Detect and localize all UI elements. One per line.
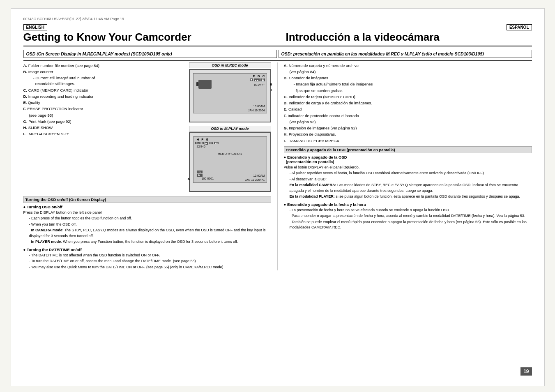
sp-osd-b: B. Contador de imágenes bbox=[284, 75, 532, 81]
english-turning-on-title: ● Turning OSD on/off bbox=[23, 205, 271, 209]
sp-toggle: - Al pulsar repetidas veces el botón, la… bbox=[284, 171, 532, 176]
osd-diagram-mrec: E D C ■ ▶▶ 💾 bbox=[189, 69, 271, 122]
sp-osd-g: G. Impresión de imágenes (ver página 92) bbox=[284, 125, 532, 131]
english-osd-on-off: ● Turning OSD on/off Press the DISPLAY b… bbox=[23, 205, 271, 245]
spanish-subtitle: OSD: presentación en pantalla en las mod… bbox=[279, 50, 532, 58]
osd-item-b: B. Image counter bbox=[23, 69, 186, 75]
osd-item-e: E. Quality bbox=[23, 100, 186, 106]
diagram1-letter-c: C bbox=[263, 74, 265, 78]
subtitle-row: OSD (On Screen Display in M.REC/M.PLAY m… bbox=[23, 50, 532, 58]
sp-osd-f: F. Indicador de protección contra el bor… bbox=[284, 113, 532, 119]
diagram1-letter-i: I bbox=[271, 88, 272, 92]
diagram1-letter-d: D bbox=[258, 74, 260, 78]
english-datetime-section: ● Turning the DATE/TIME on/off - The DAT… bbox=[23, 247, 271, 270]
osd-item-f: F. ERASE PROTECTION indicator bbox=[23, 106, 186, 112]
osd-diagram-mplay: H F G SLIDE ▶ 001 ■■ bbox=[189, 132, 271, 192]
osd-item-h: H. SLIDE SHOW bbox=[23, 125, 186, 131]
spanish-osd-list: A. Número de carpeta y número de archivo… bbox=[284, 63, 532, 144]
english-dt-2: - To turn the DATE/TIME on or off, acces… bbox=[23, 258, 271, 264]
spanish-title: Introducción a la videocámara bbox=[278, 31, 532, 43]
sp-osd-a: A. Número de carpeta y número de archivo bbox=[284, 63, 532, 69]
english-dt-1: - The DATE/TIME is not affected when the… bbox=[23, 253, 271, 258]
diagram1-time: 10:00AM bbox=[248, 104, 265, 108]
sp-dt-3: - También se puede emplear el menú rápid… bbox=[284, 219, 532, 231]
osd-item-i: I. MPEG4 SCREEN SIZE bbox=[23, 131, 186, 137]
diagram1-letter-e: E bbox=[253, 74, 255, 78]
spanish-datetime-title: ● Encendido y apagado de la fecha y la h… bbox=[284, 202, 532, 207]
osd-item-f-detail: (see page 93) bbox=[23, 113, 186, 118]
english-title: Getting to Know Your Camcorder bbox=[23, 31, 278, 43]
english-when-off: - When you turn the OSD off, bbox=[23, 222, 271, 228]
sp-osd-b2: - Imagen fija actual/número total de imá… bbox=[284, 81, 532, 87]
english-player-mode: In PLAYER mode: When you press any Funct… bbox=[23, 239, 271, 245]
diagram2-letter-g: G bbox=[206, 138, 208, 141]
diagram2-time: 12:00AM bbox=[245, 174, 265, 178]
osd-item-d: D. Image recording and loading indicator bbox=[23, 94, 186, 99]
diagram2-date: JAN 19 2004+1 bbox=[245, 178, 265, 182]
osd-item-c: C. CARD (MEMORY CARD) indicator bbox=[23, 88, 186, 93]
osd-mrec-label: OSD in M.REC mode bbox=[189, 62, 271, 68]
sp-osd-b3: fijas que se pueden grabar. bbox=[284, 88, 532, 94]
diagram1-date: JAN 19 2004 bbox=[248, 108, 265, 112]
english-label: ENGLISH bbox=[23, 24, 47, 30]
osd-item-a: A. Folder number-file number (see page 8… bbox=[23, 63, 186, 69]
sp-osd-c: C. Indicador de tarjeta (MEMORY CARD) bbox=[284, 94, 532, 100]
sp-osd-h: H. Proyección de diapositivas. bbox=[284, 131, 532, 137]
page-inner: 00743C SCD103 USA+ESP(01-27) 3/5/04 11:4… bbox=[11, 8, 545, 386]
title-row: Getting to Know Your Camcorder Introducc… bbox=[23, 31, 532, 46]
english-dt-3: - You may also use the Quick Menu to tur… bbox=[23, 265, 271, 270]
sp-camera-mode: En la modalidad CAMERA: Las modalidades … bbox=[284, 182, 532, 194]
sp-al-desactivar: - Al desactivar la OSD: bbox=[284, 177, 532, 182]
espanol-label: ESPAÑOL bbox=[507, 24, 532, 30]
sp-osd-d: D. Indicador de carga y de grabación de … bbox=[284, 100, 532, 106]
sp-osd-i: I. TAMAÑO DO ECRA MPEG4 bbox=[284, 138, 532, 144]
spanish-datetime-section: ● Encendido y apagado de la fecha y la h… bbox=[284, 202, 532, 231]
spanish-osd-on-off: ● Encendido y apagado de la OSD (present… bbox=[284, 155, 532, 200]
spanish-turning-title: Encendido y apagado de la OSD (presentac… bbox=[284, 146, 532, 153]
sp-dt-1: - La presentación de fecha y hora no se … bbox=[284, 208, 532, 213]
page-number-badge: 19 bbox=[520, 367, 532, 376]
diagram2-letter-a: A bbox=[188, 177, 190, 181]
osd-item-b-detail: - Current still image/Total number of re… bbox=[23, 75, 186, 87]
english-camera-mode: In CAMERA mode: The STBY, REC, EASY.Q mo… bbox=[23, 228, 271, 239]
file-reference: 00743C SCD103 USA+ESP(01-27) 3/5/04 11:4… bbox=[23, 17, 124, 21]
diagram2-page-ref: 100-0001 bbox=[202, 177, 214, 180]
english-display-btn: Press the DISPLAY button on the left sid… bbox=[23, 210, 271, 216]
sp-display-btn: Pulse el botón DISPLAY en el panel izqui… bbox=[284, 165, 532, 171]
diagram2-letter-f: F bbox=[201, 138, 203, 141]
meta-line: 00743C SCD103 USA+ESP(01-27) 3/5/04 11:4… bbox=[23, 17, 532, 21]
english-turning-title: Turning the OSD on/off (On Screen Displa… bbox=[23, 196, 271, 203]
english-osd-list: A. Folder number-file number (see page 8… bbox=[23, 62, 186, 189]
sp-osd-a2: (ver página 84) bbox=[284, 69, 532, 75]
osd-item-g: G. Print Mark (see page 92) bbox=[23, 119, 186, 125]
sp-osd-f2: (ver página 93) bbox=[284, 119, 532, 125]
english-subtitle: OSD (On Screen Display in M.REC/M.PLAY m… bbox=[23, 50, 277, 58]
sp-osd-e: E. Calidad bbox=[284, 106, 532, 112]
columns-wrapper: A. Folder number-file number (see page 8… bbox=[23, 60, 532, 271]
spanish-turning-on-title: ● Encendido y apagado de la OSD (present… bbox=[284, 155, 532, 164]
english-toggle: - Each press of the button toggles the O… bbox=[23, 216, 271, 221]
sp-dt-2: - Para encender o apagar la presentación… bbox=[284, 213, 532, 219]
english-datetime-title: ● Turning the DATE/TIME on/off bbox=[23, 247, 271, 252]
spanish-column: A. Número de carpeta y número de archivo… bbox=[278, 62, 532, 271]
sp-player-mode: En la modalidad PLAYER: si se pulsa algú… bbox=[284, 194, 532, 200]
diagram2-memory: MEMORY CARD 1 bbox=[218, 152, 242, 155]
page-container: 00743C SCD103 USA+ESP(01-27) 3/5/04 11:4… bbox=[0, 0, 555, 392]
diagram2-letter-h: H bbox=[197, 138, 199, 141]
english-column: A. Folder number-file number (see page 8… bbox=[23, 62, 278, 271]
osd-diagrams-english: OSD in M.REC mode E D C bbox=[189, 62, 271, 194]
diagram1-letter-b: B bbox=[270, 83, 272, 86]
osd-mplay-label: OSD in M.PLAY mode bbox=[189, 126, 271, 131]
